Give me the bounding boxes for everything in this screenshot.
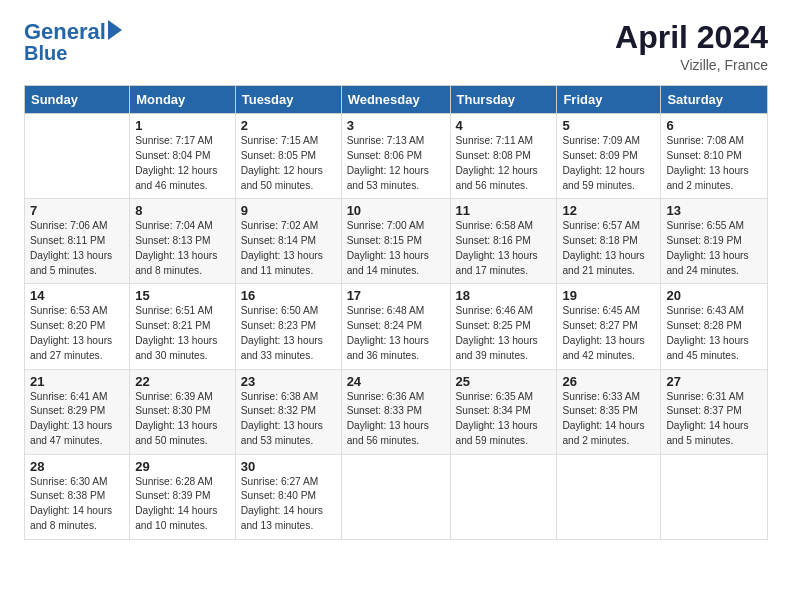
day-number: 16 xyxy=(241,288,336,303)
day-number: 5 xyxy=(562,118,655,133)
day-number: 2 xyxy=(241,118,336,133)
day-info: Sunrise: 7:15 AM Sunset: 8:05 PM Dayligh… xyxy=(241,134,336,193)
day-number: 27 xyxy=(666,374,762,389)
calendar-body: 1Sunrise: 7:17 AM Sunset: 8:04 PM Daylig… xyxy=(25,114,768,540)
day-number: 24 xyxy=(347,374,445,389)
day-number: 26 xyxy=(562,374,655,389)
day-info: Sunrise: 6:50 AM Sunset: 8:23 PM Dayligh… xyxy=(241,304,336,363)
day-number: 13 xyxy=(666,203,762,218)
day-number: 18 xyxy=(456,288,552,303)
day-info: Sunrise: 6:46 AM Sunset: 8:25 PM Dayligh… xyxy=(456,304,552,363)
calendar-cell: 22Sunrise: 6:39 AM Sunset: 8:30 PM Dayli… xyxy=(130,369,236,454)
calendar-cell: 2Sunrise: 7:15 AM Sunset: 8:05 PM Daylig… xyxy=(235,114,341,199)
calendar-cell: 16Sunrise: 6:50 AM Sunset: 8:23 PM Dayli… xyxy=(235,284,341,369)
week-row-1: 1Sunrise: 7:17 AM Sunset: 8:04 PM Daylig… xyxy=(25,114,768,199)
day-info: Sunrise: 6:43 AM Sunset: 8:28 PM Dayligh… xyxy=(666,304,762,363)
day-info: Sunrise: 6:45 AM Sunset: 8:27 PM Dayligh… xyxy=(562,304,655,363)
calendar-cell: 20Sunrise: 6:43 AM Sunset: 8:28 PM Dayli… xyxy=(661,284,768,369)
day-info: Sunrise: 6:39 AM Sunset: 8:30 PM Dayligh… xyxy=(135,390,230,449)
day-number: 12 xyxy=(562,203,655,218)
calendar-cell: 1Sunrise: 7:17 AM Sunset: 8:04 PM Daylig… xyxy=(130,114,236,199)
weekday-header-tuesday: Tuesday xyxy=(235,86,341,114)
calendar-cell: 7Sunrise: 7:06 AM Sunset: 8:11 PM Daylig… xyxy=(25,199,130,284)
day-info: Sunrise: 6:35 AM Sunset: 8:34 PM Dayligh… xyxy=(456,390,552,449)
logo: General Blue xyxy=(24,20,122,63)
week-row-2: 7Sunrise: 7:06 AM Sunset: 8:11 PM Daylig… xyxy=(25,199,768,284)
day-info: Sunrise: 6:57 AM Sunset: 8:18 PM Dayligh… xyxy=(562,219,655,278)
calendar-cell: 14Sunrise: 6:53 AM Sunset: 8:20 PM Dayli… xyxy=(25,284,130,369)
day-info: Sunrise: 7:09 AM Sunset: 8:09 PM Dayligh… xyxy=(562,134,655,193)
calendar-cell: 5Sunrise: 7:09 AM Sunset: 8:09 PM Daylig… xyxy=(557,114,661,199)
day-number: 23 xyxy=(241,374,336,389)
title-block: April 2024 Vizille, France xyxy=(615,20,768,73)
day-number: 21 xyxy=(30,374,124,389)
calendar-cell: 17Sunrise: 6:48 AM Sunset: 8:24 PM Dayli… xyxy=(341,284,450,369)
calendar-cell xyxy=(341,454,450,539)
day-info: Sunrise: 6:58 AM Sunset: 8:16 PM Dayligh… xyxy=(456,219,552,278)
calendar-cell: 12Sunrise: 6:57 AM Sunset: 8:18 PM Dayli… xyxy=(557,199,661,284)
weekday-header-saturday: Saturday xyxy=(661,86,768,114)
calendar-cell: 13Sunrise: 6:55 AM Sunset: 8:19 PM Dayli… xyxy=(661,199,768,284)
day-info: Sunrise: 6:28 AM Sunset: 8:39 PM Dayligh… xyxy=(135,475,230,534)
day-number: 25 xyxy=(456,374,552,389)
calendar-cell xyxy=(557,454,661,539)
day-info: Sunrise: 6:30 AM Sunset: 8:38 PM Dayligh… xyxy=(30,475,124,534)
calendar-cell: 19Sunrise: 6:45 AM Sunset: 8:27 PM Dayli… xyxy=(557,284,661,369)
calendar-cell xyxy=(450,454,557,539)
header: General Blue April 2024 Vizille, France xyxy=(24,20,768,73)
day-info: Sunrise: 7:06 AM Sunset: 8:11 PM Dayligh… xyxy=(30,219,124,278)
day-number: 28 xyxy=(30,459,124,474)
day-info: Sunrise: 7:13 AM Sunset: 8:06 PM Dayligh… xyxy=(347,134,445,193)
calendar-cell xyxy=(25,114,130,199)
day-number: 22 xyxy=(135,374,230,389)
day-number: 1 xyxy=(135,118,230,133)
weekday-header-row: SundayMondayTuesdayWednesdayThursdayFrid… xyxy=(25,86,768,114)
calendar-cell: 24Sunrise: 6:36 AM Sunset: 8:33 PM Dayli… xyxy=(341,369,450,454)
calendar-cell: 4Sunrise: 7:11 AM Sunset: 8:08 PM Daylig… xyxy=(450,114,557,199)
calendar-cell: 9Sunrise: 7:02 AM Sunset: 8:14 PM Daylig… xyxy=(235,199,341,284)
calendar-cell: 10Sunrise: 7:00 AM Sunset: 8:15 PM Dayli… xyxy=(341,199,450,284)
day-number: 20 xyxy=(666,288,762,303)
day-number: 19 xyxy=(562,288,655,303)
day-number: 9 xyxy=(241,203,336,218)
day-number: 7 xyxy=(30,203,124,218)
logo-blue-text: Blue xyxy=(24,43,67,63)
week-row-5: 28Sunrise: 6:30 AM Sunset: 8:38 PM Dayli… xyxy=(25,454,768,539)
day-info: Sunrise: 6:36 AM Sunset: 8:33 PM Dayligh… xyxy=(347,390,445,449)
day-number: 15 xyxy=(135,288,230,303)
day-info: Sunrise: 6:51 AM Sunset: 8:21 PM Dayligh… xyxy=(135,304,230,363)
day-info: Sunrise: 7:00 AM Sunset: 8:15 PM Dayligh… xyxy=(347,219,445,278)
day-info: Sunrise: 6:48 AM Sunset: 8:24 PM Dayligh… xyxy=(347,304,445,363)
logo-text: General xyxy=(24,21,106,43)
calendar-cell: 30Sunrise: 6:27 AM Sunset: 8:40 PM Dayli… xyxy=(235,454,341,539)
day-number: 3 xyxy=(347,118,445,133)
week-row-4: 21Sunrise: 6:41 AM Sunset: 8:29 PM Dayli… xyxy=(25,369,768,454)
calendar-cell: 26Sunrise: 6:33 AM Sunset: 8:35 PM Dayli… xyxy=(557,369,661,454)
day-info: Sunrise: 7:08 AM Sunset: 8:10 PM Dayligh… xyxy=(666,134,762,193)
day-number: 10 xyxy=(347,203,445,218)
day-info: Sunrise: 7:02 AM Sunset: 8:14 PM Dayligh… xyxy=(241,219,336,278)
day-number: 29 xyxy=(135,459,230,474)
calendar-cell: 25Sunrise: 6:35 AM Sunset: 8:34 PM Dayli… xyxy=(450,369,557,454)
day-info: Sunrise: 6:31 AM Sunset: 8:37 PM Dayligh… xyxy=(666,390,762,449)
weekday-header-friday: Friday xyxy=(557,86,661,114)
calendar-cell: 18Sunrise: 6:46 AM Sunset: 8:25 PM Dayli… xyxy=(450,284,557,369)
day-info: Sunrise: 7:04 AM Sunset: 8:13 PM Dayligh… xyxy=(135,219,230,278)
calendar-cell: 11Sunrise: 6:58 AM Sunset: 8:16 PM Dayli… xyxy=(450,199,557,284)
calendar-cell xyxy=(661,454,768,539)
day-number: 8 xyxy=(135,203,230,218)
weekday-header-monday: Monday xyxy=(130,86,236,114)
day-info: Sunrise: 6:55 AM Sunset: 8:19 PM Dayligh… xyxy=(666,219,762,278)
day-info: Sunrise: 6:41 AM Sunset: 8:29 PM Dayligh… xyxy=(30,390,124,449)
weekday-header-thursday: Thursday xyxy=(450,86,557,114)
day-number: 17 xyxy=(347,288,445,303)
calendar-cell: 6Sunrise: 7:08 AM Sunset: 8:10 PM Daylig… xyxy=(661,114,768,199)
month-title: April 2024 xyxy=(615,20,768,55)
day-info: Sunrise: 7:17 AM Sunset: 8:04 PM Dayligh… xyxy=(135,134,230,193)
day-number: 6 xyxy=(666,118,762,133)
weekday-header-sunday: Sunday xyxy=(25,86,130,114)
day-info: Sunrise: 6:38 AM Sunset: 8:32 PM Dayligh… xyxy=(241,390,336,449)
calendar-cell: 8Sunrise: 7:04 AM Sunset: 8:13 PM Daylig… xyxy=(130,199,236,284)
day-number: 30 xyxy=(241,459,336,474)
day-info: Sunrise: 6:53 AM Sunset: 8:20 PM Dayligh… xyxy=(30,304,124,363)
